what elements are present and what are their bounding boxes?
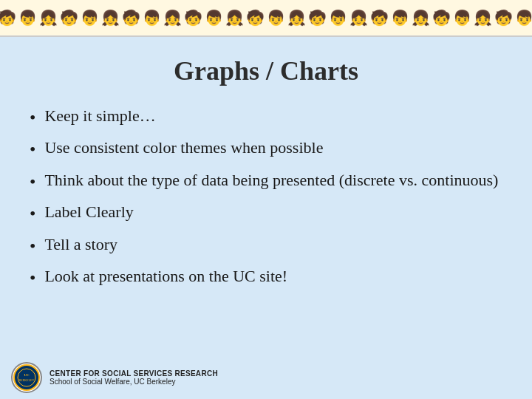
bullet-text-1: Keep it simple…: [44, 105, 155, 127]
figure-11: 👧: [163, 9, 183, 27]
figure-19: 👦: [329, 9, 348, 27]
figure-13: 👦: [205, 9, 224, 27]
figure-21: 🧒: [370, 9, 389, 27]
top-banner: 🧒 👧 🧒 👦 👧 🧒 👦 👧 🧒 👦 👧 🧒 👦 👧 🧒 👦 👧 🧒 👦 👧 …: [0, 0, 532, 37]
bullet-text-2: Use consistent color themes when possibl…: [44, 137, 323, 159]
bullet-text-6: Look at presentations on the UC site!: [44, 265, 287, 287]
figure-10: 👦: [143, 9, 162, 27]
bullet-dot-5: •: [30, 234, 35, 258]
bullet-item-4: • Label Clearly: [30, 201, 502, 225]
bullet-item-3: • Think about the type of data being pre…: [30, 169, 502, 194]
figure-4: 👦: [18, 9, 38, 27]
bullet-dot-4: •: [30, 202, 35, 225]
svg-text:BERKELEY: BERKELEY: [19, 378, 35, 382]
slide-title: Graphs / Charts: [30, 55, 502, 86]
figure-7: 👦: [81, 9, 100, 27]
bullet-dot-3: •: [30, 170, 35, 194]
bullet-item-6: • Look at presentations on the UC site!: [30, 265, 502, 290]
figure-6: 🧒: [60, 9, 79, 27]
figure-12: 🧒: [184, 9, 203, 27]
figure-18: 🧒: [308, 9, 327, 27]
bullet-dot-1: •: [30, 106, 35, 129]
slide-container: 🧒 👧 🧒 👦 👧 🧒 👦 👧 🧒 👦 👧 🧒 👦 👧 🧒 👦 👧 🧒 👦 👧 …: [0, 0, 532, 399]
main-content: Graphs / Charts • Keep it simple… • Use …: [0, 37, 532, 356]
uc-seal-icon: UC BERKELEY: [13, 364, 40, 391]
footer: UC BERKELEY CENTER FOR SOCIAL SERVICES R…: [0, 356, 532, 399]
figure-9: 🧒: [122, 9, 141, 27]
figure-23: 👧: [412, 9, 431, 27]
figure-16: 👦: [267, 9, 286, 27]
bullet-dot-6: •: [30, 266, 35, 290]
figure-8: 👧: [101, 9, 120, 27]
bullet-text-4: Label Clearly: [44, 201, 133, 223]
figure-17: 👧: [287, 9, 307, 27]
footer-org-line1: CENTER FOR SOCIAL SERVICES RESEARCH: [50, 369, 218, 378]
bullet-text-5: Tell a story: [44, 233, 117, 256]
bullet-text-3: Think about the type of data being prese…: [44, 169, 498, 191]
bullet-list: • Keep it simple… • Use consistent color…: [30, 105, 502, 341]
figure-14: 👧: [225, 9, 245, 27]
figure-15: 🧒: [246, 9, 265, 27]
footer-org-line2: School of Social Welfare, UC Berkeley: [50, 378, 218, 386]
bullet-item-5: • Tell a story: [30, 233, 502, 258]
figure-28: 👦: [515, 9, 532, 27]
figure-25: 👦: [453, 9, 472, 27]
svg-text:UC: UC: [24, 373, 30, 377]
figure-27: 🧒: [494, 9, 514, 27]
figure-24: 🧒: [432, 9, 451, 27]
bullet-item-2: • Use consistent color themes when possi…: [30, 137, 502, 161]
banner-figures: 🧒 👧 🧒 👦 👧 🧒 👦 👧 🧒 👦 👧 🧒 👦 👧 🧒 👦 👧 🧒 👦 👧 …: [0, 9, 532, 27]
figure-3: 🧒: [0, 9, 17, 27]
bullet-dot-2: •: [30, 137, 35, 161]
figure-22: 👦: [391, 9, 410, 27]
footer-text: CENTER FOR SOCIAL SERVICES RESEARCH Scho…: [50, 369, 218, 386]
figure-26: 👧: [474, 9, 493, 27]
figure-5: 👧: [39, 9, 58, 27]
footer-logo: UC BERKELEY: [11, 362, 42, 393]
bullet-item-1: • Keep it simple…: [30, 105, 502, 129]
figure-20: 👧: [349, 9, 369, 27]
